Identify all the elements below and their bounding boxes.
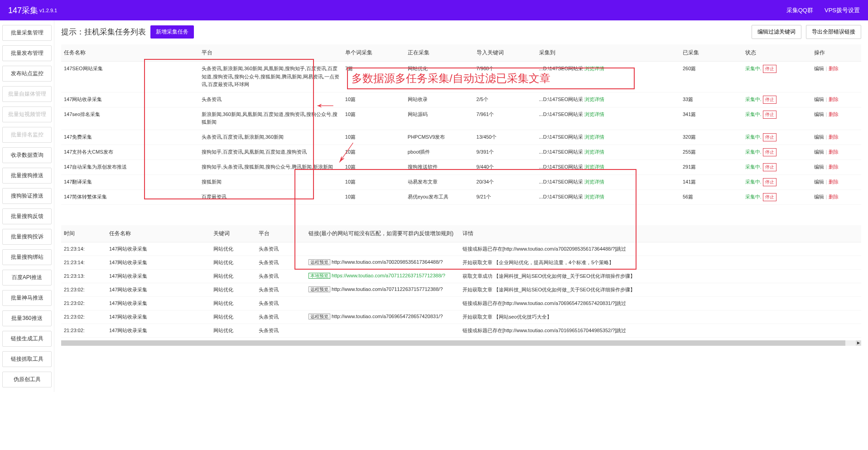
cell-task: 147网站收录采集 (106, 283, 211, 296)
cell-name: 147翻译采集 (61, 174, 199, 189)
sidebar-item-7[interactable]: 批量搜狗推送 (2, 168, 52, 184)
cell-name: 147免费采集 (61, 130, 199, 145)
cell-platform: 头条资讯 (256, 269, 306, 283)
stop-button[interactable]: 停止 (763, 163, 776, 171)
sidebar-item-15[interactable]: 链接生成工具 (2, 331, 52, 347)
delete-button[interactable]: 删除 (829, 164, 839, 169)
view-detail-link[interactable]: 浏览详情 (584, 134, 604, 140)
vps-settings-link[interactable]: VPS拨号设置 (825, 6, 860, 15)
task-row: 147自动采集为原创发布推送搜狗知乎,头条资讯,搜狐新闻,搜狗公众号,腾讯新闻,… (61, 160, 861, 174)
sidebar-item-0[interactable]: 批量采集管理 (2, 25, 52, 41)
cell-status: 采集中. 停止 (743, 62, 811, 92)
sidebar-item-13[interactable]: 批量神马推送 (2, 290, 52, 306)
remote-preview-tag[interactable]: 远程预览 (309, 259, 330, 265)
sidebar-item-6[interactable]: 收录数据查询 (2, 147, 52, 163)
log-row: 21:23:02:147网站收录采集网站优化头条资讯远程预览http://www… (61, 283, 861, 296)
log-url[interactable]: http://www.toutiao.com/a7071122637157712… (332, 286, 443, 292)
cell-link: 远程预览http://www.toutiao.com/a700209853561… (306, 256, 460, 269)
view-detail-link[interactable]: 浏览详情 (584, 66, 604, 71)
view-detail-link[interactable]: 浏览详情 (584, 164, 604, 169)
stop-button[interactable]: 停止 (763, 133, 776, 141)
stop-button[interactable]: 停止 (763, 65, 776, 73)
delete-button[interactable]: 删除 (829, 179, 839, 184)
sidebar-item-10[interactable]: 批量搜狗投诉 (2, 229, 52, 245)
sidebar-item-1[interactable]: 批量发布管理 (2, 45, 52, 61)
sidebar-item-16[interactable]: 链接抓取工具 (2, 351, 52, 367)
cell-platform: 头条资讯 (199, 92, 342, 107)
qq-group-link[interactable]: 采集QQ群 (786, 6, 813, 15)
edit-button[interactable]: 编辑 (814, 164, 824, 169)
cell-target: ...D:\147SEO网站采 浏览详情 (536, 174, 680, 189)
stop-button[interactable]: 停止 (763, 178, 776, 186)
cell-collecting: 搜狗推送软件 (405, 160, 474, 174)
filter-keyword-button[interactable]: 编辑过滤关键词 (752, 25, 801, 39)
sidebar-item-5: 批量排名监控 (2, 127, 52, 143)
cell-platform: 新浪新闻,360新闻,凤凰新闻,百度知道,搜狗资讯,搜狗公众号,搜狐新闻 (199, 107, 342, 130)
edit-button[interactable]: 编辑 (814, 97, 824, 102)
edit-button[interactable]: 编辑 (814, 194, 824, 199)
sidebar-item-17[interactable]: 伪原创工具 (2, 372, 52, 387)
delete-button[interactable]: 删除 (829, 111, 839, 117)
cell-count: 291篇 (680, 160, 743, 174)
cell-target: ...D:\147SEO网站采 浏览详情 (536, 160, 680, 174)
sidebar-item-12[interactable]: 百度API推送 (2, 270, 52, 285)
scrollbar-right-arrow[interactable]: ▶ (856, 340, 861, 346)
cell-single: 10篇 (342, 92, 405, 107)
edit-button[interactable]: 编辑 (814, 134, 824, 140)
remote-preview-tag[interactable]: 远程预览 (309, 314, 330, 319)
edit-button[interactable]: 编辑 (814, 179, 824, 184)
delete-button[interactable]: 删除 (829, 149, 839, 155)
edit-button[interactable]: 编辑 (814, 111, 824, 117)
stop-button[interactable]: 停止 (763, 111, 776, 119)
view-detail-link[interactable]: 浏览详情 (584, 111, 604, 117)
cell-platform: 头条资讯 (256, 242, 306, 256)
cell-platform: 头条资讯,新浪新闻,360新闻,凤凰新闻,搜狗知乎,百度资讯,百度知道,搜狗资讯… (199, 62, 342, 92)
cell-status: 采集中. 停止 (743, 107, 811, 130)
sidebar-item-8[interactable]: 搜狗验证推送 (2, 188, 52, 204)
view-detail-link[interactable]: 浏览详情 (584, 97, 604, 102)
cell-link: 本地预览https://www.toutiao.com/a70711226371… (306, 269, 460, 283)
sidebar-item-2[interactable]: 发布站点监控 (2, 66, 52, 82)
log-row: 21:23:13:147网站收录采集网站优化头条资讯本地预览https://ww… (61, 269, 861, 283)
log-row: 21:23:14:147网站收录采集网站优化头条资讯链接或标题已存在[http:… (61, 242, 861, 256)
cell-op: 编辑|删除 (811, 174, 861, 189)
cell-detail: 链接或标题已存在[http://www.toutiao.com/a7069654… (460, 296, 861, 310)
cell-single: 10篇 (342, 174, 405, 189)
cell-count: 56篇 (680, 189, 743, 204)
stop-button[interactable]: 停止 (763, 96, 776, 104)
local-preview-tag[interactable]: 本地预览 (309, 273, 330, 279)
cell-keyword: 9/21个 (474, 189, 536, 204)
sidebar-item-9[interactable]: 批量搜狗反馈 (2, 208, 52, 224)
cell-target: ...D:\147SEO网站采 浏览详情 (536, 107, 680, 130)
sidebar-item-11[interactable]: 批量搜狗绑站 (2, 249, 52, 265)
cell-collecting: 易优eyou发布工具 (405, 189, 474, 204)
delete-button[interactable]: 删除 (829, 134, 839, 140)
log-url[interactable]: http://www.toutiao.com/a7069654728657420… (332, 314, 443, 319)
cell-single: 10篇 (342, 107, 405, 130)
cell-platform: 头条资讯 (256, 283, 306, 296)
cell-time: 21:23:13: (61, 269, 106, 283)
delete-button[interactable]: 删除 (829, 97, 839, 102)
delete-button[interactable]: 删除 (829, 194, 839, 199)
delete-button[interactable]: 删除 (829, 66, 839, 71)
cell-link (306, 242, 460, 256)
stop-button[interactable]: 停止 (763, 148, 776, 156)
log-url[interactable]: http://www.toutiao.com/a7002098535617364… (332, 259, 443, 265)
remote-preview-tag[interactable]: 远程预览 (309, 286, 330, 292)
scrollbar-thumb[interactable] (61, 340, 845, 346)
sidebar-item-14[interactable]: 批量360推送 (2, 310, 52, 326)
stop-button[interactable]: 停止 (763, 193, 776, 201)
horizontal-scrollbar[interactable]: ▶ (61, 340, 861, 346)
view-detail-link[interactable]: 浏览详情 (584, 149, 604, 155)
export-errors-button[interactable]: 导出全部错误链接 (806, 25, 861, 39)
cell-keyword: 20/34个 (474, 174, 536, 189)
task-row: 147免费采集头条资讯,百度资讯,新浪新闻,360新闻10篇PHPCMSV9发布… (61, 130, 861, 145)
edit-button[interactable]: 编辑 (814, 66, 824, 71)
view-detail-link[interactable]: 浏览详情 (584, 179, 604, 184)
add-task-button[interactable]: 新增采集任务 (150, 25, 194, 39)
log-url[interactable]: https://www.toutiao.com/a707112263715771… (332, 273, 445, 278)
view-detail-link[interactable]: 浏览详情 (584, 194, 604, 199)
edit-button[interactable]: 编辑 (814, 149, 824, 155)
cell-time: 21:23:02: (61, 296, 106, 310)
cell-time: 21:23:02: (61, 283, 106, 296)
